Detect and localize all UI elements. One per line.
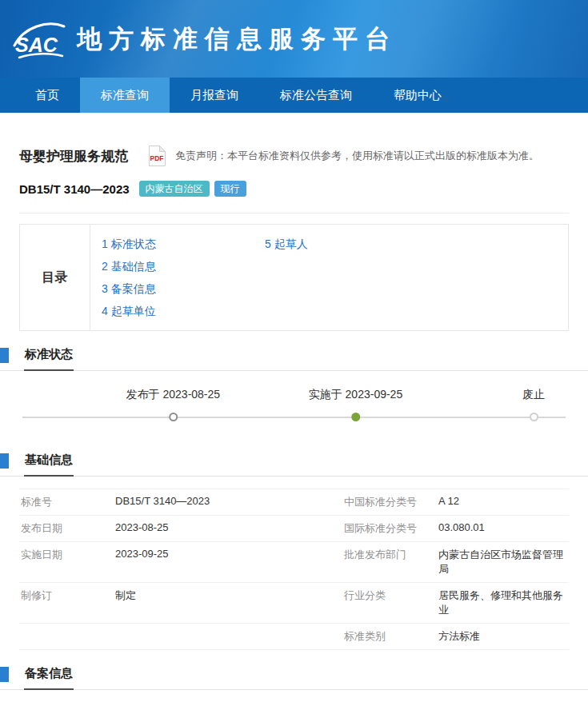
section-header-basic: 基础信息 bbox=[0, 453, 588, 477]
main-nav: 首页标准查询月报查询标准公告查询帮助中心 bbox=[0, 78, 588, 113]
divider bbox=[19, 213, 569, 213]
timeline-label: 发布于 2023-08-25 bbox=[126, 387, 221, 401]
doc-number-row: DB15/T 3140—2023 内蒙古自治区现行 bbox=[19, 181, 569, 197]
toc-link[interactable]: 2 基础信息 bbox=[102, 255, 254, 277]
standard-number: DB15/T 3140—2023 bbox=[19, 182, 130, 196]
info-value: 2023-09-25 bbox=[114, 542, 342, 583]
info-label: 标准号 bbox=[19, 489, 114, 516]
pdf-icon-graphic: PDF bbox=[147, 145, 167, 167]
svg-text:PDF: PDF bbox=[150, 154, 164, 162]
svg-text:SAC: SAC bbox=[15, 34, 58, 56]
section-marker bbox=[0, 667, 9, 682]
section-title-status: 标准状态 bbox=[24, 347, 74, 371]
nav-item[interactable]: 首页 bbox=[14, 78, 80, 113]
nav-item[interactable]: 月报查询 bbox=[170, 78, 259, 113]
section-marker bbox=[0, 453, 9, 469]
info-label: 发布日期 bbox=[19, 516, 114, 542]
info-value bbox=[114, 624, 342, 650]
doc-title: 母婴护理服务规范 bbox=[19, 147, 128, 166]
info-label: 制修订 bbox=[19, 583, 114, 624]
section-basic-info: 基础信息 标准号DB15/T 3140—2023中国标准分类号A 12发布日期2… bbox=[0, 453, 588, 650]
info-label: 国际标准分类号 bbox=[342, 516, 437, 542]
disclaimer-text: 免责声明：本平台标准资料仅供参考，使用标准请以正式出版的标准版本为准。 bbox=[175, 149, 539, 163]
doc-title-row: 母婴护理服务规范 PDF 免责声明：本平台标准资料仅供参考，使用标准请以正式出版… bbox=[19, 145, 569, 167]
timeline-dot bbox=[351, 413, 360, 421]
toc-box: 目录 1 标准状态2 基础信息3 备案信息4 起草单位 5 起草人 bbox=[19, 224, 569, 331]
info-value: 2023-08-25 bbox=[114, 516, 342, 542]
info-value: 方法标准 bbox=[437, 624, 569, 650]
status-badge: 内蒙古自治区 bbox=[139, 181, 210, 197]
info-label: 实施日期 bbox=[19, 542, 114, 583]
toc-column-2: 5 起草人 bbox=[265, 233, 417, 322]
timeline-label: 废止 bbox=[522, 387, 545, 401]
section-header-record: 备案信息 bbox=[0, 666, 588, 690]
timeline-point: 发布于 2023-08-25 bbox=[126, 387, 221, 421]
status-badge: 现行 bbox=[214, 181, 246, 197]
badges: 内蒙古自治区现行 bbox=[139, 181, 246, 197]
section-title-record: 备案信息 bbox=[24, 666, 74, 690]
nav-item[interactable]: 帮助中心 bbox=[373, 78, 462, 113]
toc-links: 1 标准状态2 基础信息3 备案信息4 起草单位 5 起草人 bbox=[90, 225, 568, 330]
site-title: 地方标准信息服务平台 bbox=[77, 22, 397, 56]
content: 母婴护理服务规范 PDF 免责声明：本平台标准资料仅供参考，使用标准请以正式出版… bbox=[0, 145, 588, 702]
section-marker bbox=[0, 348, 9, 363]
site-header: SAC 地方标准信息服务平台 bbox=[0, 0, 588, 78]
toc-link[interactable]: 3 备案信息 bbox=[102, 277, 254, 300]
timeline-dot bbox=[169, 413, 178, 421]
sac-logo[interactable]: SAC bbox=[13, 17, 66, 62]
toc-link[interactable]: 1 标准状态 bbox=[102, 233, 254, 255]
info-value: 制定 bbox=[114, 583, 342, 624]
info-value: A 12 bbox=[437, 489, 569, 516]
toc-link[interactable]: 4 起草单位 bbox=[102, 300, 254, 322]
info-label: 中国标准分类号 bbox=[342, 489, 437, 516]
info-label: 标准类别 bbox=[342, 624, 437, 650]
info-value: 居民服务、修理和其他服务业 bbox=[437, 583, 569, 624]
timeline-point: 废止 bbox=[522, 387, 545, 421]
info-value: DB15/T 3140—2023 bbox=[114, 489, 342, 516]
section-record-info: 备案信息 备案号：101532-2023备案日期：2023-09-04 bbox=[0, 666, 588, 702]
pdf-icon[interactable]: PDF bbox=[147, 145, 167, 167]
timeline-dot bbox=[530, 413, 538, 421]
info-label bbox=[19, 624, 114, 650]
nav-item[interactable]: 标准查询 bbox=[80, 78, 170, 113]
basic-info-table: 标准号DB15/T 3140—2023中国标准分类号A 12发布日期2023-0… bbox=[19, 489, 569, 650]
section-header-status: 标准状态 bbox=[0, 347, 588, 371]
info-label: 行业分类 bbox=[342, 583, 437, 624]
section-title-basic: 基础信息 bbox=[24, 453, 74, 477]
info-value: 内蒙古自治区市场监督管理局 bbox=[437, 542, 569, 583]
info-value: 03.080.01 bbox=[437, 516, 569, 542]
nav-item[interactable]: 标准公告查询 bbox=[259, 78, 373, 113]
timeline-line bbox=[22, 417, 566, 418]
toc-link[interactable]: 5 起草人 bbox=[265, 233, 417, 255]
status-timeline: 发布于 2023-08-25实施于 2023-09-25废止 bbox=[19, 387, 569, 437]
timeline-point: 实施于 2023-09-25 bbox=[309, 387, 403, 421]
timeline-label: 实施于 2023-09-25 bbox=[309, 387, 403, 401]
toc-column-1: 1 标准状态2 基础信息3 备案信息4 起草单位 bbox=[102, 233, 254, 322]
sac-logo-graphic: SAC bbox=[13, 17, 66, 62]
info-label: 批准发布部门 bbox=[342, 542, 437, 583]
section-standard-status: 标准状态 发布于 2023-08-25实施于 2023-09-25废止 bbox=[0, 347, 588, 437]
toc-title: 目录 bbox=[20, 225, 90, 330]
